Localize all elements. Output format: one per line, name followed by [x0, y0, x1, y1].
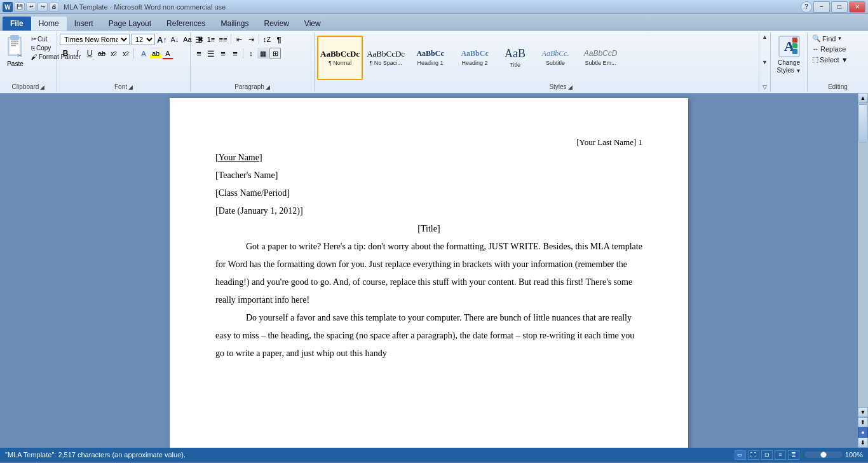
font-color-btn[interactable]: A [162, 48, 173, 59]
highlight-btn[interactable]: ab [150, 48, 161, 59]
replace-button[interactable]: ↔ Replace [810, 45, 848, 53]
align-right-btn[interactable]: ≡ [217, 48, 229, 59]
tab-home[interactable]: Home [31, 17, 67, 31]
style-heading1-label: Heading 1 [417, 60, 444, 66]
font-size-select[interactable]: 12 [131, 34, 155, 45]
undo-quick-btn[interactable]: ↩ [26, 3, 36, 11]
svg-rect-6 [11, 41, 18, 43]
paste-icon: ✂ [4, 35, 27, 60]
change-styles-label: ChangeStyles ▼ [777, 59, 801, 74]
tab-page-layout[interactable]: Page Layout [101, 17, 159, 31]
tab-review[interactable]: Review [256, 17, 296, 31]
styles-group: AaBbCcDc ¶ Normal AaBbCcDc ¶ No Spaci...… [315, 32, 808, 92]
font-name-row: Times New Roman 12 A↑ A↓ Aa ✖ [60, 34, 206, 45]
font-group: Times New Roman 12 A↑ A↓ Aa ✖ B I U ab x… [57, 32, 191, 92]
multilevel-btn[interactable]: ≡≡ [217, 34, 229, 45]
draft-view-btn[interactable]: ≣ [788, 450, 799, 460]
bold-button[interactable]: B [60, 48, 71, 59]
align-center-btn[interactable]: ☰ [205, 48, 217, 59]
increase-indent-btn[interactable]: ⇥ [245, 34, 257, 45]
line-spacing-btn[interactable]: ↕ [245, 48, 257, 59]
superscript-btn[interactable]: x2 [120, 48, 132, 59]
tab-insert[interactable]: Insert [67, 17, 101, 31]
clipboard-expand-icon[interactable]: ◢ [40, 84, 44, 90]
print-view-btn[interactable]: ▭ [735, 450, 746, 460]
svg-rect-7 [11, 43, 18, 45]
paragraph-expand-icon[interactable]: ◢ [266, 84, 270, 90]
scroll-down-btn[interactable]: ▼ [858, 407, 868, 417]
strikethrough-btn[interactable]: ab [96, 48, 107, 59]
quick-access-toolbar: 💾 ↩ ↪ 🖨 [15, 3, 59, 11]
tab-references[interactable]: References [159, 17, 213, 31]
help-btn[interactable]: ? [801, 1, 812, 13]
format-painter-icon: 🖌 [31, 53, 37, 60]
style-subtle-em[interactable]: AaBbCcD Subtle Em... [578, 36, 623, 80]
justify-btn[interactable]: ≡ [229, 48, 241, 59]
name-field: [Your Name] [215, 149, 642, 167]
font-expand-icon[interactable]: ◢ [128, 84, 133, 90]
underline-button[interactable]: U [84, 48, 95, 59]
grow-font-btn[interactable]: A↑ [156, 34, 168, 45]
print-quick-btn[interactable]: 🖨 [49, 3, 59, 11]
zoom-percent: 100% [845, 451, 863, 459]
para-row1: ☰ 1≡ ≡≡ ⇤ ⇥ ↕Z ¶ [193, 34, 285, 45]
editing-group-content: 🔍 Find ▼ ↔ Replace ⬚ Select ▼ [810, 34, 865, 90]
font-group-content: Times New Roman 12 A↑ A↓ Aa ✖ B I U ab x… [60, 34, 187, 90]
bullets-btn[interactable]: ☰ [193, 34, 205, 45]
text-effect-btn[interactable]: A [138, 48, 149, 59]
titlebar: W 💾 ↩ ↪ 🖨 MLA Template - Microsoft Word … [0, 0, 868, 14]
select-button[interactable]: ⬚ Select ▼ [810, 55, 850, 64]
vertical-scrollbar[interactable]: ▲ ▼ ⬆ ● ⬇ [858, 93, 868, 448]
para-mark-btn[interactable]: ¶ [273, 34, 285, 45]
style-heading2-label: Heading 2 [462, 60, 488, 66]
teacher-field: [Teacher's Name] [215, 167, 642, 184]
style-title[interactable]: AaB Title [498, 36, 532, 80]
document-area: [Your Last Name] 1 [Your Name] [Teacher'… [0, 93, 868, 448]
body-para2: Do yourself a favor and save this templa… [215, 309, 642, 363]
align-left-btn[interactable]: ≡ [193, 48, 205, 59]
styles-expand-icon[interactable]: ◢ [568, 84, 573, 90]
next-page-btn[interactable]: ⬇ [858, 438, 868, 448]
fullscreen-view-btn[interactable]: ⛶ [748, 450, 759, 460]
maximize-btn[interactable]: □ [831, 1, 848, 13]
prev-page-btn[interactable]: ⬆ [858, 417, 868, 427]
sort-btn[interactable]: ↕Z [261, 34, 273, 45]
current-page-dot[interactable]: ● [858, 427, 868, 438]
svg-rect-5 [11, 36, 18, 39]
page-header: [Your Last Name] 1 [215, 136, 642, 149]
font-name-select[interactable]: Times New Roman [60, 34, 130, 45]
styles-scroll-down[interactable]: ▼ [762, 59, 768, 66]
paste-button[interactable]: ✂ Paste [3, 34, 28, 69]
web-view-btn[interactable]: ⊡ [761, 450, 773, 460]
close-btn[interactable]: ✕ [849, 1, 865, 13]
style-normal[interactable]: AaBbCcDc ¶ Normal [317, 36, 363, 80]
subscript-btn[interactable]: x2 [108, 48, 119, 59]
borders-btn[interactable]: ⊞ [269, 48, 281, 59]
style-subtitle[interactable]: AaBbCc. Subtitle [534, 36, 577, 80]
tab-view[interactable]: View [297, 17, 329, 31]
style-normal-label: ¶ Normal [329, 60, 351, 66]
outline-view-btn[interactable]: ≡ [775, 450, 786, 460]
tab-mailings[interactable]: Mailings [213, 17, 256, 31]
numbering-btn[interactable]: 1≡ [205, 34, 217, 45]
shading-btn[interactable]: ▦ [257, 48, 269, 59]
styles-label: Styles ◢ [315, 83, 807, 90]
scroll-up-btn[interactable]: ▲ [858, 93, 868, 103]
tab-file[interactable]: File [3, 17, 31, 31]
save-quick-btn[interactable]: 💾 [15, 3, 25, 11]
find-button[interactable]: 🔍 Find ▼ [810, 34, 844, 43]
redo-quick-btn[interactable]: ↪ [37, 3, 48, 11]
minimize-btn[interactable]: − [813, 1, 830, 13]
zoom-slider[interactable] [804, 452, 843, 458]
shrink-font-btn[interactable]: A↓ [169, 34, 180, 45]
decrease-indent-btn[interactable]: ⇤ [233, 34, 245, 45]
styles-scroll-up[interactable]: ▲ [762, 34, 768, 40]
italic-button[interactable]: I [72, 48, 83, 59]
style-heading1[interactable]: AaBbCc Heading 1 [409, 36, 452, 80]
style-no-spacing[interactable]: AaBbCcDc ¶ No Spaci... [364, 36, 407, 80]
copy-icon: ⎘ [31, 45, 35, 52]
style-heading2[interactable]: AaBbCc Heading 2 [453, 36, 496, 80]
style-heading1-preview: AaBbCc [416, 49, 444, 58]
scroll-thumb[interactable] [858, 104, 867, 142]
doc-body: Got a paper to write? Here's a tip: don'… [215, 238, 642, 363]
